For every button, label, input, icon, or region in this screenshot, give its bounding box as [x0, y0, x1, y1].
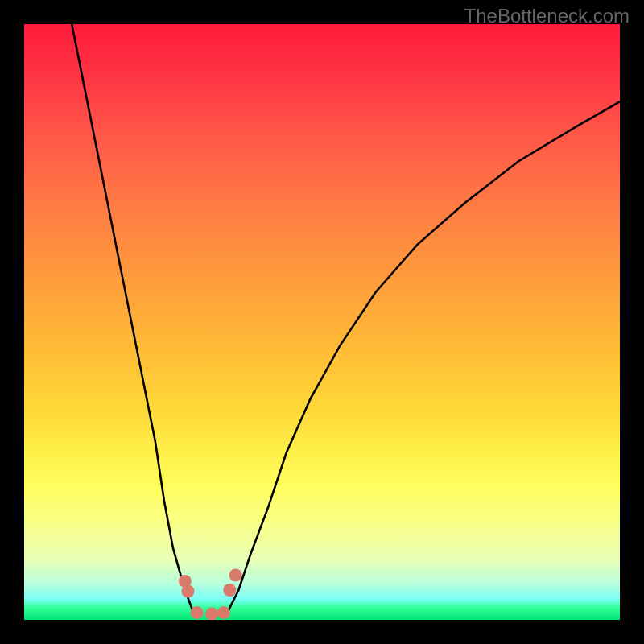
right-curve [227, 101, 620, 613]
bottleneck-marker [217, 606, 230, 619]
bottleneck-marker [229, 569, 242, 582]
markers-group [179, 569, 242, 621]
chart-svg [24, 24, 620, 620]
bottleneck-marker [182, 585, 195, 598]
bottleneck-marker [223, 584, 236, 597]
left-curve [72, 24, 194, 614]
bottleneck-marker [205, 608, 218, 620]
watermark-text: TheBottleneck.com [464, 5, 630, 27]
plot-area [24, 24, 620, 620]
bottleneck-marker [191, 606, 204, 619]
